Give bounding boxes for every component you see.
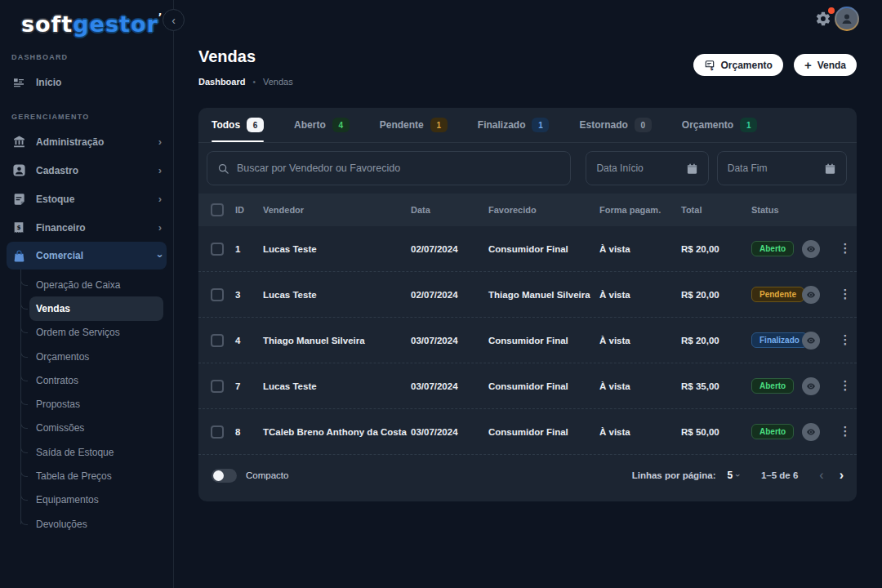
submenu-item-devolucoes[interactable]: Devoluções [29, 512, 163, 536]
chevron-right-icon: › [158, 221, 162, 234]
cell-data: 03/07/2024 [411, 427, 488, 437]
submenu-item-propostas[interactable]: Propostas [29, 392, 163, 416]
row-checkbox[interactable] [211, 288, 224, 301]
chevron-right-icon: › [158, 193, 162, 205]
compact-label: Compacto [246, 470, 288, 480]
chevron-down-icon: › [733, 474, 743, 477]
sidebar-item-estoque[interactable]: Estoque › [0, 185, 173, 213]
tab-label: Estornado [579, 119, 627, 131]
table-header: ID Vendedor Data Favorecido Forma pagam.… [198, 194, 857, 226]
chevron-left-icon: ‹ [172, 14, 176, 27]
search-input[interactable] [237, 163, 560, 174]
tab-finalizado[interactable]: Finalizado 1 [478, 108, 550, 142]
row-menu-button[interactable]: ⋮ [826, 383, 857, 389]
rows-per-page-select[interactable]: 5 › [728, 470, 740, 481]
table-row[interactable]: 8 TCaleb Breno Anthony da Costa 03/07/20… [198, 409, 857, 455]
row-check-cell [198, 334, 235, 347]
submenu-item-saida-de-estoque[interactable]: Saída de Estoque [29, 440, 163, 464]
cell-vendedor: Thiago Manuel Silveira [263, 336, 411, 345]
cell-view [802, 423, 826, 441]
row-checkbox[interactable] [211, 425, 224, 439]
sidebar-item-inicio[interactable]: Início [0, 68, 173, 96]
cell-forma: À vista [599, 336, 681, 345]
table-row[interactable]: 1 Lucas Teste 02/07/2024 Consumidor Fina… [198, 226, 857, 272]
orcamento-button[interactable]: $ Orçamento [693, 54, 783, 76]
column-header-status: Status [751, 205, 802, 215]
date-start-input[interactable]: Data Início [586, 151, 708, 185]
row-checkbox[interactable] [211, 243, 224, 256]
submenu-item-contratos[interactable]: Contratos [29, 368, 163, 392]
column-header-id: ID [235, 205, 263, 215]
cell-data: 03/07/2024 [411, 381, 488, 391]
app-root: softgestor’ ‹ DASHBOARD Início GERENCIAM… [0, 0, 882, 588]
select-all-cell [198, 203, 235, 216]
view-button[interactable] [802, 286, 820, 304]
sidebar-item-label: Estoque [36, 194, 74, 205]
submenu-item-comissoes[interactable]: Comissões [29, 416, 163, 440]
user-avatar[interactable] [835, 7, 859, 31]
sidebar-item-cadastro[interactable]: Cadastro › [0, 156, 173, 185]
submenu-item-orcamentos[interactable]: Orçamentos [29, 345, 163, 368]
view-button[interactable] [802, 332, 820, 350]
cell-status: Aberto [751, 424, 802, 439]
table-row[interactable]: 7 Lucas Teste 03/07/2024 Consumidor Fina… [198, 363, 857, 409]
tab-label: Todos [212, 119, 240, 131]
view-button[interactable] [802, 377, 820, 395]
view-button[interactable] [802, 423, 820, 441]
cell-id: 7 [235, 381, 263, 391]
row-check-cell [198, 380, 235, 393]
submenu-item-tabela-de-precos[interactable]: Tabela de Preços [29, 464, 163, 488]
next-page-button[interactable]: › [840, 468, 844, 483]
cell-forma: À vista [599, 290, 681, 300]
view-button[interactable] [802, 240, 820, 258]
select-all-checkbox[interactable] [211, 203, 224, 216]
tab-label: Orçamento [682, 119, 733, 131]
chevron-down-icon: › [154, 254, 166, 257]
table-row[interactable]: 3 Lucas Teste 02/07/2024 Thiago Manuel S… [198, 272, 857, 318]
svg-text:$: $ [16, 223, 20, 230]
breadcrumb-dashboard[interactable]: Dashboard [198, 77, 245, 87]
row-checkbox[interactable] [211, 380, 224, 393]
sidebar-item-comercial[interactable]: Comercial › [7, 242, 167, 270]
cell-vendedor: Lucas Teste [263, 244, 411, 254]
submenu-item-equipamentos[interactable]: Equipamentos [29, 488, 163, 512]
status-badge: Aberto [751, 424, 794, 439]
tab-pendente[interactable]: Pendente 1 [380, 108, 448, 142]
search-box[interactable] [207, 151, 571, 185]
notification-dot [828, 7, 835, 14]
venda-button[interactable]: + Venda [794, 54, 857, 76]
date-end-input[interactable]: Data Fim [717, 151, 847, 185]
table-row[interactable]: 4 Thiago Manuel Silveira 03/07/2024 Cons… [198, 318, 857, 363]
row-menu-button[interactable]: ⋮ [826, 292, 857, 297]
breadcrumb-separator: • [252, 78, 256, 87]
sidebar-item-label: Financeiro [36, 222, 86, 234]
logo-gestor-text: gestor [73, 11, 158, 37]
compact-toggle[interactable] [212, 469, 237, 483]
tab-orcamento[interactable]: Orçamento 1 [682, 108, 757, 142]
row-menu-button[interactable]: ⋮ [826, 246, 857, 252]
tab-label: Finalizado [478, 119, 526, 131]
tab-count-badge: 1 [740, 118, 757, 132]
breadcrumb: Dashboard • Vendas [198, 77, 857, 87]
tab-aberto[interactable]: Aberto 4 [294, 108, 350, 142]
tab-todos[interactable]: Todos 6 [212, 108, 264, 142]
previous-page-button[interactable]: ‹ [819, 468, 823, 483]
eye-icon [806, 336, 816, 345]
tab-estornado[interactable]: Estornado 0 [579, 108, 651, 142]
cell-vendedor: TCaleb Breno Anthony da Costa [263, 427, 411, 437]
row-menu-button[interactable]: ⋮ [826, 337, 857, 343]
brand-logo[interactable]: softgestor’ [21, 11, 173, 37]
submenu-item-ordem-de-servicos[interactable]: Ordem de Serviços [29, 321, 163, 345]
sidebar-collapse-button[interactable]: ‹ [163, 9, 185, 31]
page-header: Vendas Dashboard • Vendas $ Orçamento + … [174, 39, 882, 87]
row-checkbox[interactable] [211, 334, 224, 347]
row-menu-button[interactable]: ⋮ [826, 429, 857, 434]
sidebar-item-label: Cadastro [36, 165, 78, 176]
submenu-item-vendas[interactable]: Vendas [29, 296, 163, 320]
sidebar-item-administracao[interactable]: Administração › [0, 127, 173, 156]
submenu-item-label: Operação de Caixa [36, 279, 120, 291]
sidebar-item-financeiro[interactable]: $ Financeiro › [0, 213, 173, 242]
submenu-item-operacao-de-caixa[interactable]: Operação de Caixa [29, 273, 163, 296]
settings-button[interactable] [815, 11, 831, 27]
sidebar: softgestor’ ‹ DASHBOARD Início GERENCIAM… [0, 0, 174, 588]
